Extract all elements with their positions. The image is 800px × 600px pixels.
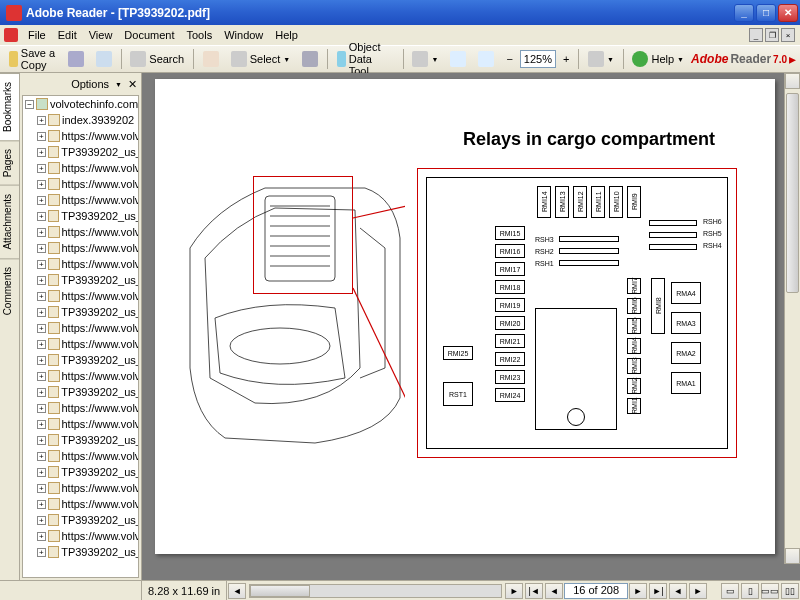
- tree-item[interactable]: +https://www.volv: [23, 480, 138, 496]
- page-number[interactable]: 16 of 208: [564, 583, 628, 599]
- tree-item[interactable]: +https://www.volv: [23, 320, 138, 336]
- hand-tool[interactable]: [198, 48, 224, 70]
- tree-item[interactable]: +https://www.volv: [23, 448, 138, 464]
- relay-rmi22: RMI22: [495, 352, 525, 366]
- continuous-button[interactable]: ▯: [741, 583, 759, 599]
- horizontal-scrollbar[interactable]: [249, 584, 502, 598]
- continuous-facing-button[interactable]: ▯▯: [781, 583, 799, 599]
- minimize-button[interactable]: _: [734, 4, 754, 22]
- zoom-in-button[interactable]: ▼: [407, 48, 443, 70]
- relay-rmi13: RMI13: [555, 186, 569, 218]
- prev-page-button[interactable]: ◄: [545, 583, 563, 599]
- tree-item[interactable]: +TP3939202_us_: [23, 432, 138, 448]
- tree-item[interactable]: +TP3939202_us_: [23, 544, 138, 560]
- tree-item[interactable]: +https://www.volv: [23, 176, 138, 192]
- tree-item[interactable]: +https://www.volv: [23, 160, 138, 176]
- fit-page-button[interactable]: [473, 48, 499, 70]
- relay-rmi8: RMI8: [651, 278, 665, 334]
- print-button[interactable]: [63, 48, 89, 70]
- select-tool[interactable]: Select▼: [226, 48, 296, 70]
- tab-bookmarks[interactable]: Bookmarks: [0, 73, 19, 140]
- email-button[interactable]: [91, 48, 117, 70]
- rotate-button[interactable]: ▼: [583, 48, 619, 70]
- page-dims: 8.28 x 11.69 in: [142, 581, 227, 600]
- tree-item[interactable]: +TP3939202_us_: [23, 208, 138, 224]
- close-panel-button[interactable]: ✕: [128, 78, 137, 91]
- next-page-button[interactable]: ►: [629, 583, 647, 599]
- facing-button[interactable]: ▭▭: [761, 583, 779, 599]
- tree-item[interactable]: +https://www.volv: [23, 224, 138, 240]
- doc-restore[interactable]: ❐: [765, 28, 779, 42]
- tree-item[interactable]: +TP3939202_us_: [23, 384, 138, 400]
- scroll-right-button[interactable]: ►: [505, 583, 523, 599]
- relay-rmi3: RMI3: [627, 358, 641, 374]
- relay-rmi4: RMI4: [627, 338, 641, 354]
- doc-icon: [4, 28, 18, 42]
- relay-diagram: RMI14RMI13RMI12RMI11RMI10RMI9RMI15RMI16R…: [417, 168, 737, 458]
- menu-file[interactable]: File: [22, 27, 52, 43]
- tree-item[interactable]: +https://www.volv: [23, 256, 138, 272]
- tree-item[interactable]: +TP3939202_us_: [23, 144, 138, 160]
- tree-item[interactable]: +TP3939202_us_: [23, 304, 138, 320]
- tab-attachments[interactable]: Attachments: [0, 185, 19, 258]
- snapshot-tool[interactable]: [297, 48, 323, 70]
- menu-document[interactable]: Document: [118, 27, 180, 43]
- search-button[interactable]: Search: [125, 48, 189, 70]
- actual-size-button[interactable]: [445, 48, 471, 70]
- zoom-out-button[interactable]: −: [501, 48, 517, 70]
- tree-item[interactable]: +https://www.volv: [23, 128, 138, 144]
- relay-rma1: RMA1: [671, 372, 701, 394]
- relay-rmi17: RMI17: [495, 262, 525, 276]
- menu-edit[interactable]: Edit: [52, 27, 83, 43]
- menu-help[interactable]: Help: [269, 27, 304, 43]
- tree-item[interactable]: +TP3939202_us_: [23, 272, 138, 288]
- tree-item[interactable]: +https://www.volv: [23, 416, 138, 432]
- zoom-in-plus[interactable]: +: [558, 48, 574, 70]
- tree-item[interactable]: +TP3939202_us_: [23, 512, 138, 528]
- prev-view-button[interactable]: ◄: [669, 583, 687, 599]
- relay-rma2: RMA2: [671, 342, 701, 364]
- maximize-button[interactable]: □: [756, 4, 776, 22]
- tree-item[interactable]: +https://www.volv: [23, 288, 138, 304]
- tree-item[interactable]: +TP3939202_us_: [23, 464, 138, 480]
- next-view-button[interactable]: ►: [689, 583, 707, 599]
- tab-pages[interactable]: Pages: [0, 140, 19, 185]
- first-page-button[interactable]: |◄: [525, 583, 543, 599]
- save-copy-button[interactable]: Save a Copy: [4, 48, 61, 70]
- doc-minimize[interactable]: _: [749, 28, 763, 42]
- relay-rmi23: RMI23: [495, 370, 525, 384]
- bookmark-tree[interactable]: −volvotechinfo.com+index.3939202+https:/…: [22, 95, 139, 578]
- last-page-button[interactable]: ►|: [649, 583, 667, 599]
- tree-root[interactable]: −volvotechinfo.com: [23, 96, 138, 112]
- cargo-illustration: [185, 168, 405, 448]
- menu-view[interactable]: View: [83, 27, 119, 43]
- scroll-left-button[interactable]: ◄: [228, 583, 246, 599]
- tab-comments[interactable]: Comments: [0, 258, 19, 323]
- menu-window[interactable]: Window: [218, 27, 269, 43]
- tree-item[interactable]: +https://www.volv: [23, 336, 138, 352]
- options-menu[interactable]: Options: [71, 78, 109, 90]
- tree-item[interactable]: +https://www.volv: [23, 192, 138, 208]
- bookmarks-panel: Options ▼ ✕ −volvotechinfo.com+index.393…: [20, 73, 142, 580]
- tree-item[interactable]: +https://www.volv: [23, 240, 138, 256]
- toolbar: Save a Copy Search Select▼ Object Data T…: [0, 45, 800, 73]
- help-button[interactable]: Help▼: [627, 48, 689, 70]
- close-button[interactable]: ✕: [778, 4, 798, 22]
- vertical-scrollbar[interactable]: [784, 73, 800, 564]
- zoom-input[interactable]: 125%: [520, 50, 556, 68]
- tree-item[interactable]: +https://www.volv: [23, 496, 138, 512]
- single-page-button[interactable]: ▭: [721, 583, 739, 599]
- brand-logo: AdobeReader 7.0 ▸: [691, 51, 796, 67]
- relay-rmi18: RMI18: [495, 280, 525, 294]
- relay-rmi24: RMI24: [495, 388, 525, 402]
- tree-item[interactable]: +https://www.volv: [23, 400, 138, 416]
- relay-rmi15: RMI15: [495, 226, 525, 240]
- menu-tools[interactable]: Tools: [181, 27, 219, 43]
- label-rsh3: RSH3: [535, 236, 554, 243]
- doc-close[interactable]: ×: [781, 28, 795, 42]
- tree-item[interactable]: +index.3939202: [23, 112, 138, 128]
- tree-item[interactable]: +https://www.volv: [23, 528, 138, 544]
- tree-item[interactable]: +https://www.volv: [23, 368, 138, 384]
- tree-item[interactable]: +TP3939202_us_: [23, 352, 138, 368]
- object-data-tool[interactable]: Object Data Tool: [332, 48, 399, 70]
